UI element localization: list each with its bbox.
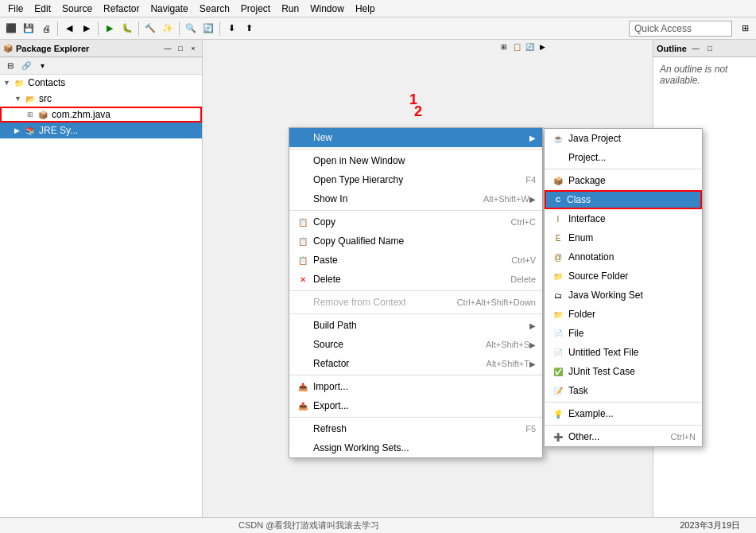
sub-untitled[interactable]: 📄 Untitled Text File	[545, 343, 702, 362]
tree-item-com-zhm-java[interactable]: ⊞ 📦 com.zhm.java	[0, 107, 202, 123]
ctx-item-export[interactable]: 📤 Export...	[289, 396, 542, 415]
quick-access-box[interactable]: Quick Access	[629, 21, 732, 37]
ctx-item-paste[interactable]: 📋 Paste Ctrl+V	[289, 251, 542, 270]
ctx-item-copy-qualified[interactable]: 📋 Copy Qualified Name	[289, 231, 542, 251]
sub-class-label: Class	[567, 194, 694, 205]
new-arrow: ▶	[529, 134, 536, 142]
ctx-show-in-shortcut: Alt+Shift+W	[483, 194, 529, 204]
toolbar-new[interactable]: ⬛	[3, 21, 19, 37]
toolbar-clean[interactable]: ✨	[160, 21, 176, 37]
delete-icon: ✕	[296, 272, 310, 286]
toolbar-build[interactable]: 🔨	[142, 21, 158, 37]
context-menu: New ▶ Open in New Window Open Type Hiera…	[289, 127, 543, 458]
ctx-item-show-in[interactable]: Show In Alt+Shift+W ▶	[289, 189, 542, 208]
ctx-remove-shortcut: Ctrl+Alt+Shift+Down	[457, 298, 536, 307]
ctx-sep3	[289, 290, 542, 291]
outline-min[interactable]: —	[690, 43, 701, 54]
sub-folder-label: Folder	[568, 309, 696, 320]
build-path-icon	[296, 318, 310, 333]
toolbar-run[interactable]: ▶	[102, 21, 118, 37]
sub-folder[interactable]: 📁 Folder	[545, 305, 702, 324]
ctx-item-assign[interactable]: Assign Working Sets...	[289, 438, 542, 457]
ctx-new-label: New	[313, 132, 529, 143]
expand-arrow-com: ⊞	[27, 111, 37, 119]
ctx-item-remove[interactable]: Remove from Context Ctrl+Alt+Shift+Down	[289, 293, 542, 312]
expand-arrow-jre: ▶	[14, 126, 24, 134]
sub-package-label: Package	[568, 175, 696, 186]
toolbar-next-ann[interactable]: ⬇	[223, 21, 239, 37]
package-explorer-tree: ▼ 📁 Contacts ▼ 📂 src ⊞ 📦 com.zhm.java ▶ …	[0, 75, 202, 533]
menu-search[interactable]: Search	[195, 2, 235, 16]
ctx-item-refactor[interactable]: Refactor Alt+Shift+T ▶	[289, 354, 542, 373]
sub-java-working-set[interactable]: 🗂 Java Working Set	[545, 286, 702, 305]
menu-project[interactable]: Project	[236, 2, 275, 16]
sub-other-label: Other...	[568, 431, 655, 442]
sub-other[interactable]: ➕ Other... Ctrl+N	[545, 427, 702, 446]
sub-java-project[interactable]: ☕ Java Project	[545, 129, 702, 148]
ctx-item-import[interactable]: 📥 Import...	[289, 377, 542, 396]
collapse-all-btn[interactable]: ⊟	[3, 59, 17, 73]
menu-refactor[interactable]: Refactor	[99, 2, 144, 16]
panel-min-btn[interactable]: —	[162, 43, 173, 54]
toolbar-save[interactable]: 💾	[21, 21, 37, 37]
menu-navigate[interactable]: Navigate	[145, 2, 192, 16]
sub-annotation[interactable]: @ Annotation	[545, 247, 702, 266]
toolbar-back[interactable]: ◀	[61, 21, 77, 37]
package-icon-sub: 📦	[551, 173, 565, 188]
ctx-sep2	[289, 210, 542, 211]
ctx-item-refresh[interactable]: Refresh F5	[289, 419, 542, 438]
ctx-item-open-type[interactable]: Open Type Hierarchy F4	[289, 170, 542, 189]
toolbar-prev-ann[interactable]: ⬆	[241, 21, 257, 37]
sub-package[interactable]: 📦 Package	[545, 171, 702, 190]
link-editor-btn[interactable]: 🔗	[19, 59, 33, 73]
interface-icon: I	[551, 212, 565, 226]
right-toolbar-btn3[interactable]: 🔄	[524, 41, 535, 53]
ctx-item-build-path[interactable]: Build Path ▶	[289, 316, 542, 335]
package-explorer-icon: 📦	[3, 44, 13, 53]
sub-enum[interactable]: E Enum	[545, 228, 702, 247]
toolbar-print[interactable]: 🖨	[38, 21, 54, 37]
sub-interface-label: Interface	[568, 213, 696, 224]
tree-item-src[interactable]: ▼ 📂 src	[0, 91, 202, 107]
ctx-item-delete[interactable]: ✕ Delete Delete	[289, 270, 542, 289]
toolbar-perspective[interactable]: ⊞	[737, 21, 753, 37]
toolbar-fwd[interactable]: ▶	[79, 21, 95, 37]
tree-item-jre[interactable]: ▶ 📚 JRE Sy...	[0, 123, 202, 138]
tree-item-contacts[interactable]: ▼ 📁 Contacts	[0, 75, 202, 91]
toolbar-debug[interactable]: 🐛	[119, 21, 135, 37]
toolbar-search[interactable]: 🔍	[183, 21, 199, 37]
toolbar-refactor[interactable]: 🔄	[200, 21, 216, 37]
sub-class[interactable]: C Class	[545, 190, 702, 209]
ctx-paste-shortcut: Ctrl+V	[511, 255, 536, 265]
menu-edit[interactable]: Edit	[29, 2, 56, 16]
sub-file[interactable]: 📄 File	[545, 324, 702, 343]
ctx-item-source[interactable]: Source Alt+Shift+S ▶	[289, 335, 542, 354]
outline-max[interactable]: □	[704, 43, 715, 54]
right-toolbar-btn1[interactable]: ⊞	[498, 41, 510, 53]
sub-task[interactable]: 📝 Task	[545, 381, 702, 400]
sub-untitled-label: Untitled Text File	[568, 347, 696, 358]
ctx-copy-qualified-label: Copy Qualified Name	[313, 235, 536, 247]
refactor-icon	[296, 356, 310, 371]
panel-close-btn[interactable]: ×	[188, 43, 199, 54]
sub-source-folder[interactable]: 📁 Source Folder	[545, 266, 702, 286]
sub-example-label: Example...	[568, 408, 696, 419]
menu-run[interactable]: Run	[277, 2, 304, 16]
ctx-item-open-window[interactable]: Open in New Window	[289, 151, 542, 170]
ctx-item-copy[interactable]: 📋 Copy Ctrl+C	[289, 212, 542, 231]
sub-junit[interactable]: ✅ JUnit Test Case	[545, 362, 702, 381]
menu-btn[interactable]: ▾	[35, 59, 49, 73]
right-toolbar-btn4[interactable]: ▶	[537, 41, 548, 53]
panel-max-btn[interactable]: □	[175, 43, 186, 54]
menu-window[interactable]: Window	[305, 2, 349, 16]
java-project-icon: ☕	[551, 131, 565, 146]
right-toolbar-btn2[interactable]: 📋	[511, 41, 522, 53]
menu-file[interactable]: File	[3, 2, 28, 16]
sub-example[interactable]: 💡 Example...	[545, 404, 702, 423]
sub-project[interactable]: Project...	[545, 148, 702, 167]
ctx-item-new[interactable]: New ▶	[289, 128, 542, 147]
menu-source[interactable]: Source	[57, 2, 97, 16]
ctx-build-path-label: Build Path	[313, 320, 529, 331]
menu-help[interactable]: Help	[351, 2, 380, 16]
sub-interface[interactable]: I Interface	[545, 209, 702, 228]
